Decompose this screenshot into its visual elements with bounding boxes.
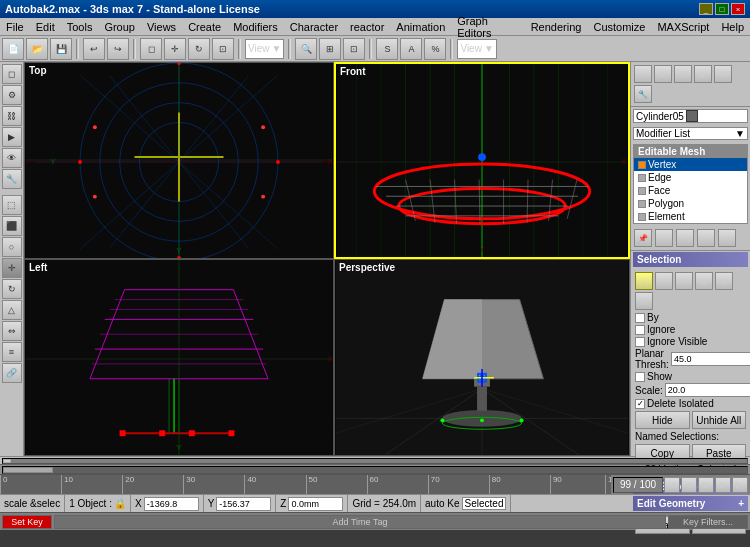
unhide-all-button[interactable]: Unhide All [692,411,747,429]
play-btn[interactable]: ▶ [698,477,714,493]
lasso-tool[interactable]: ○ [2,237,22,257]
progress-track[interactable] [2,458,748,464]
x-input[interactable] [144,497,199,511]
sel-border-icon[interactable]: □ [675,272,693,290]
sel-face-icon[interactable]: ▲ [695,272,713,290]
perspective-viewport[interactable]: Perspective [334,259,630,456]
percent-snap-toggle[interactable]: % [424,38,446,60]
hierarchy-tool[interactable]: ⛓ [2,106,22,126]
region-zoom-button[interactable]: ⊡ [343,38,365,60]
planar-thresh-input[interactable] [671,352,750,366]
save-button[interactable]: 💾 [50,38,72,60]
y-input[interactable] [216,497,271,511]
prev-frame-btn[interactable]: ◀ [681,477,697,493]
menu-file[interactable]: File [0,18,30,35]
delete-isolated-checkbox[interactable] [635,399,645,409]
menu-maxscript[interactable]: MAXScript [651,18,715,35]
z-input[interactable] [288,497,343,511]
object-color-swatch[interactable] [686,110,698,122]
modify-tool[interactable]: ⚙ [2,85,22,105]
unpin-stack-btn[interactable]: ≡ [655,229,673,247]
stack-down-btn[interactable]: ↓ [697,229,715,247]
minimize-button[interactable]: _ [699,3,713,15]
next-frame-btn[interactable]: ▶ [715,477,731,493]
move-button[interactable]: ✛ [164,38,186,60]
select-tool[interactable]: ⬚ [2,195,22,215]
key-filters-btn[interactable]: Key Filters... [668,515,748,529]
ignore-checkbox[interactable] [635,325,645,335]
timeline-scroll-track[interactable] [2,466,748,474]
sel-polygon-icon[interactable]: ■ [715,272,733,290]
stack-delete-btn[interactable]: ✕ [718,229,736,247]
by-checkbox[interactable] [635,313,645,323]
modifier-list-dropdown[interactable]: Modifier List ▼ [633,127,748,140]
time-ruler[interactable]: 0 10 20 30 40 50 60 70 80 90 100 [0,475,611,494]
motion-tool[interactable]: ▶ [2,127,22,147]
sel-element-icon[interactable]: ⬡ [635,292,653,310]
menu-character[interactable]: Character [284,18,344,35]
menu-modifiers[interactable]: Modifiers [227,18,284,35]
mirror-tool[interactable]: ⇔ [2,321,22,341]
menu-rendering[interactable]: Rendering [525,18,588,35]
move-tool[interactable]: ✛ [2,258,22,278]
menu-customize[interactable]: Customize [587,18,651,35]
show-checkbox[interactable] [635,372,645,382]
top-viewport[interactable]: Top [24,62,334,259]
menu-tools[interactable]: Tools [61,18,99,35]
timeline-scroll-thumb[interactable] [3,467,53,473]
zoom-button[interactable]: 🔍 [295,38,317,60]
viewport2-dropdown[interactable]: View ▼ [457,39,496,59]
align-tool[interactable]: ≡ [2,342,22,362]
front-viewport[interactable]: Front [334,62,630,259]
sel-edge-icon[interactable]: / [655,272,673,290]
progress-thumb[interactable] [3,459,11,463]
snap-toggle[interactable]: S [376,38,398,60]
utilities-tool[interactable]: 🔧 [2,169,22,189]
selected-dropdown[interactable]: Selected [462,497,507,510]
stack-up-btn[interactable]: ↑ [676,229,694,247]
maximize-button[interactable]: □ [715,3,729,15]
rp-display-btn[interactable]: 👁 [714,65,732,83]
menu-animation[interactable]: Animation [390,18,451,35]
mod-element[interactable]: Element [634,210,747,223]
close-button[interactable]: × [731,3,745,15]
link-tool[interactable]: 🔗 [2,363,22,383]
rp-utility-btn[interactable]: 🔧 [634,85,652,103]
scale-input[interactable] [665,383,750,397]
mod-polygon[interactable]: Polygon [634,197,747,210]
sel-vertex-icon[interactable]: · [635,272,653,290]
menu-group[interactable]: Group [98,18,141,35]
scale-tool[interactable]: △ [2,300,22,320]
menu-reactor[interactable]: reactor [344,18,390,35]
set-key-btn[interactable]: Set Key [2,515,52,529]
display-tool[interactable]: 👁 [2,148,22,168]
play-end-btn[interactable]: ▶| [732,477,748,493]
hide-button[interactable]: Hide [635,411,690,429]
undo-button[interactable]: ↩ [83,38,105,60]
add-time-tag-area[interactable]: Add Time Tag [54,515,666,529]
rp-motion-btn[interactable]: ▶ [694,65,712,83]
time-display[interactable]: 99 / 100 [613,477,663,493]
angle-snap-toggle[interactable]: A [400,38,422,60]
left-viewport[interactable]: Left [24,259,334,456]
ignore-visible-checkbox[interactable] [635,337,645,347]
play-start-btn[interactable]: |◀ [664,477,680,493]
edit-geometry-section-title[interactable]: Edit Geometry + [633,496,748,511]
menu-views[interactable]: Views [141,18,182,35]
redo-button[interactable]: ↪ [107,38,129,60]
select-region-tool[interactable]: ⬛ [2,216,22,236]
mod-vertex[interactable]: Vertex [634,158,747,171]
new-button[interactable]: 📄 [2,38,24,60]
rotate-button[interactable]: ↻ [188,38,210,60]
timeline-scroll[interactable] [0,464,750,474]
object-name-field[interactable]: Cylinder05 [633,109,748,123]
menu-edit[interactable]: Edit [30,18,61,35]
viewport-dropdown[interactable]: View ▼ [245,39,284,59]
rp-hierarchy-btn[interactable]: ⛓ [674,65,692,83]
zoom-extents-button[interactable]: ⊞ [319,38,341,60]
select-button[interactable]: ◻ [140,38,162,60]
create-tool[interactable]: ◻ [2,64,22,84]
open-button[interactable]: 📂 [26,38,48,60]
selection-section-title[interactable]: Selection [633,252,748,267]
menu-graph-editors[interactable]: Graph Editors [451,18,524,35]
